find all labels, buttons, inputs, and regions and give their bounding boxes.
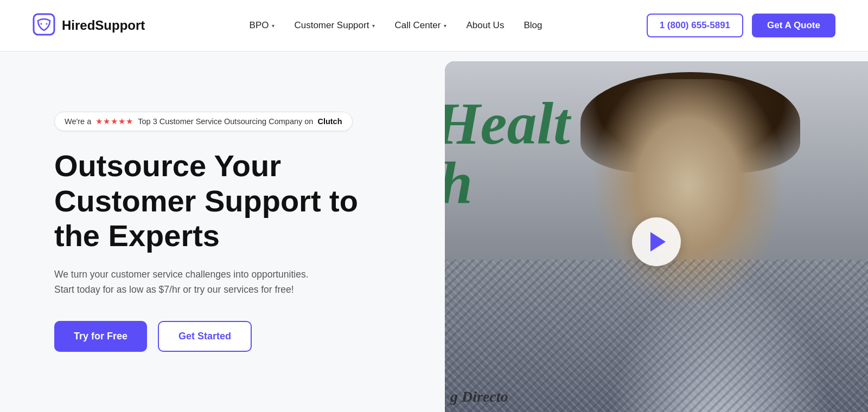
badge-prefix: We're a xyxy=(65,117,91,126)
svg-point-2 xyxy=(46,23,48,25)
header: HiredSupport BPO ▾ Customer Support ▾ Ca… xyxy=(0,0,868,52)
chevron-down-icon: ▾ xyxy=(372,23,375,29)
play-button[interactable] xyxy=(632,217,681,266)
health-text-2: h xyxy=(445,153,473,213)
nav-customer-support[interactable]: Customer Support ▾ xyxy=(294,20,375,31)
hero-subtext: We turn your customer service challenges… xyxy=(54,267,326,297)
logo[interactable]: HiredSupport xyxy=(33,13,145,38)
nav-call-center[interactable]: Call Center ▾ xyxy=(394,20,446,31)
header-actions: 1 (800) 655-5891 Get A Quote xyxy=(647,14,835,37)
get-started-button[interactable]: Get Started xyxy=(158,321,252,352)
nav-bpo[interactable]: BPO ▾ xyxy=(250,20,275,31)
logo-text: HiredSupport xyxy=(62,18,145,33)
badge-suffix: Top 3 Customer Service Outsourcing Compa… xyxy=(138,117,313,126)
main-nav: BPO ▾ Customer Support ▾ Call Center ▾ A… xyxy=(250,20,542,31)
person-shirt xyxy=(445,260,868,412)
hero-left: We're a ★★★★★ Top 3 Customer Service Out… xyxy=(0,52,445,412)
get-quote-button[interactable]: Get A Quote xyxy=(752,14,835,37)
health-text-1: Healt xyxy=(445,94,570,153)
cta-buttons: Try for Free Get Started xyxy=(54,321,401,352)
svg-rect-0 xyxy=(34,14,54,35)
try-for-free-button[interactable]: Try for Free xyxy=(54,321,147,352)
video-thumbnail[interactable]: Healt h g Directo xyxy=(445,61,868,412)
phone-button[interactable]: 1 (800) 655-5891 xyxy=(647,14,743,37)
nav-blog[interactable]: Blog xyxy=(524,20,542,31)
clutch-badge: We're a ★★★★★ Top 3 Customer Service Out… xyxy=(54,112,353,131)
badge-brand: Clutch xyxy=(317,117,342,126)
svg-point-1 xyxy=(41,23,42,25)
logo-icon xyxy=(33,13,55,38)
hero-heading: Outsource Your Customer Support to the E… xyxy=(54,149,401,253)
chevron-down-icon: ▾ xyxy=(444,23,446,29)
stars-icon: ★★★★★ xyxy=(95,117,133,126)
nav-about-us[interactable]: About Us xyxy=(466,20,504,31)
main-content: We're a ★★★★★ Top 3 Customer Service Out… xyxy=(0,52,868,412)
hero-right: Healt h g Directo xyxy=(445,52,868,412)
chevron-down-icon: ▾ xyxy=(272,23,275,29)
caption-text: g Directo xyxy=(450,388,508,405)
